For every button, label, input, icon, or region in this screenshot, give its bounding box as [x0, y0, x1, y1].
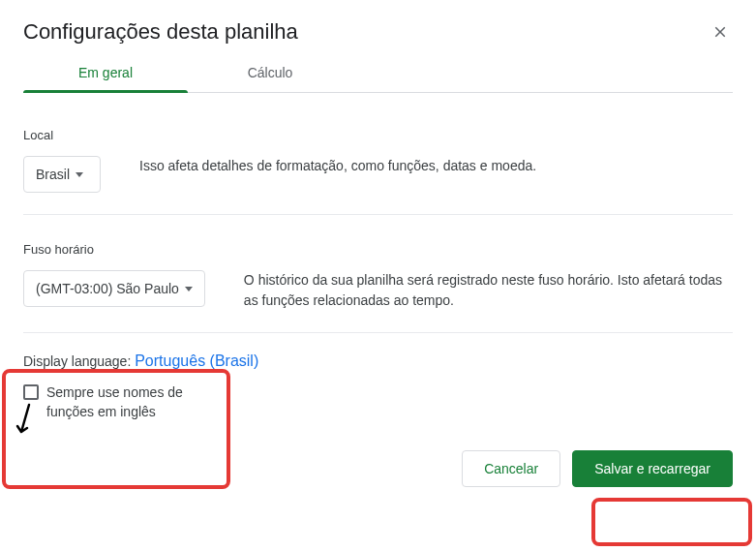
dialog-footer: Cancelar Salvar e recarregar — [23, 450, 733, 487]
display-language-link[interactable]: Português (Brasil) — [135, 352, 258, 369]
settings-dialog: Configurações desta planilha Em geral Cá… — [0, 0, 756, 506]
dialog-title: Configurações desta planilha — [23, 19, 298, 45]
timezone-value: (GMT-03:00) São Paulo — [36, 281, 179, 296]
locale-label: Local — [23, 128, 733, 142]
timezone-dropdown[interactable]: (GMT-03:00) São Paulo — [23, 270, 205, 307]
close-button[interactable] — [708, 19, 733, 47]
tab-general[interactable]: Em geral — [23, 65, 188, 92]
english-functions-checkbox[interactable] — [23, 384, 39, 400]
save-button[interactable]: Salvar e recarregar — [572, 450, 733, 487]
chevron-down-icon — [185, 287, 193, 291]
display-language-prefix: Display language: — [23, 353, 135, 369]
display-language-text: Display language: Português (Brasil) — [23, 352, 733, 370]
close-icon — [711, 23, 729, 41]
timezone-section: Fuso horário (GMT-03:00) São Paulo O his… — [23, 215, 733, 333]
english-functions-label: Sempre use nomes de funções em inglês — [46, 383, 221, 421]
tabs-container: Em geral Cálculo — [23, 65, 733, 93]
dialog-header: Configurações desta planilha — [23, 19, 733, 47]
tab-calculation[interactable]: Cálculo — [188, 65, 352, 92]
locale-dropdown[interactable]: Brasil — [23, 156, 101, 193]
display-language-section: Display language: Português (Brasil) Sem… — [23, 333, 733, 421]
locale-description: Isso afeta detalhes de formatação, como … — [139, 156, 733, 176]
english-functions-row: Sempre use nomes de funções em inglês — [23, 383, 733, 421]
cancel-button[interactable]: Cancelar — [462, 450, 560, 487]
timezone-description: O histórico da sua planilha será registr… — [244, 270, 733, 311]
timezone-row: (GMT-03:00) São Paulo O histórico da sua… — [23, 270, 733, 311]
chevron-down-icon — [76, 172, 83, 177]
locale-section: Local Brasil Isso afeta detalhes de form… — [23, 101, 733, 215]
locale-row: Brasil Isso afeta detalhes de formatação… — [23, 156, 733, 193]
locale-value: Brasil — [36, 167, 70, 182]
timezone-label: Fuso horário — [23, 242, 733, 257]
